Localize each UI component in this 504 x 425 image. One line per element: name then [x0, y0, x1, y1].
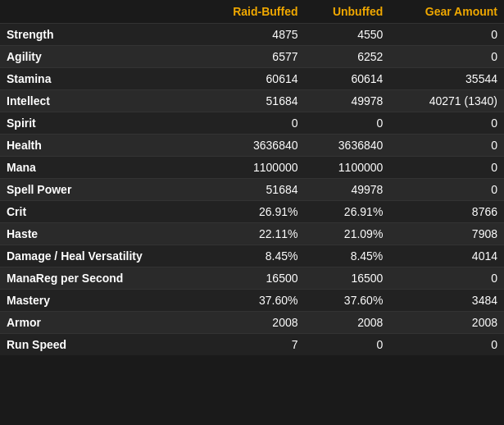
cell-gear-amount: 2008 [389, 312, 504, 334]
cell-unbuffed: 49978 [305, 90, 390, 112]
cell-raid-buffed: 51684 [200, 90, 305, 112]
cell-gear-amount: 0 [389, 112, 504, 135]
cell-raid-buffed: 16500 [200, 267, 305, 290]
table-row: Run Speed700 [0, 334, 504, 356]
cell-gear-amount: 0 [389, 157, 504, 179]
cell-stat: Armor [0, 312, 200, 334]
table-row: Mana110000011000000 [0, 157, 504, 179]
cell-gear-amount: 7908 [389, 223, 504, 245]
cell-unbuffed: 0 [305, 112, 390, 135]
table-row: Crit26.91%26.91%8766 [0, 201, 504, 223]
cell-stat: Haste [0, 223, 200, 245]
cell-stat: Spirit [0, 112, 200, 135]
cell-stat: Spell Power [0, 179, 200, 201]
cell-gear-amount: 0 [389, 179, 504, 201]
stats-table: Raid-Buffed Unbuffed Gear Amount Strengt… [0, 0, 504, 355]
cell-unbuffed: 16500 [305, 267, 390, 290]
cell-gear-amount: 40271 (1340) [389, 90, 504, 112]
cell-stat: Damage / Heal Versatility [0, 245, 200, 267]
cell-stat: Crit [0, 201, 200, 223]
cell-gear-amount: 8766 [389, 201, 504, 223]
cell-gear-amount: 0 [389, 135, 504, 157]
table-row: Mastery37.60%37.60%3484 [0, 290, 504, 312]
col-header-gear-amount: Gear Amount [389, 0, 504, 24]
cell-raid-buffed: 37.60% [200, 290, 305, 312]
cell-stat: Mana [0, 157, 200, 179]
cell-stat: Stamina [0, 68, 200, 90]
cell-gear-amount: 4014 [389, 245, 504, 267]
table-header-row: Raid-Buffed Unbuffed Gear Amount [0, 0, 504, 24]
table-row: Health363684036368400 [0, 135, 504, 157]
table-row: Spirit000 [0, 112, 504, 135]
cell-raid-buffed: 22.11% [200, 223, 305, 245]
cell-unbuffed: 6252 [305, 46, 390, 68]
cell-unbuffed: 60614 [305, 68, 390, 90]
cell-raid-buffed: 0 [200, 112, 305, 135]
cell-raid-buffed: 1100000 [200, 157, 305, 179]
table-row: Damage / Heal Versatility8.45%8.45%4014 [0, 245, 504, 267]
cell-unbuffed: 3636840 [305, 135, 390, 157]
cell-raid-buffed: 60614 [200, 68, 305, 90]
cell-unbuffed: 21.09% [305, 223, 390, 245]
cell-unbuffed: 8.45% [305, 245, 390, 267]
stats-table-container: Raid-Buffed Unbuffed Gear Amount Strengt… [0, 0, 504, 355]
cell-raid-buffed: 6577 [200, 46, 305, 68]
cell-unbuffed: 1100000 [305, 157, 390, 179]
table-row: ManaReg per Second16500165000 [0, 267, 504, 290]
cell-raid-buffed: 3636840 [200, 135, 305, 157]
cell-gear-amount: 0 [389, 24, 504, 46]
cell-unbuffed: 26.91% [305, 201, 390, 223]
cell-gear-amount: 3484 [389, 290, 504, 312]
table-row: Haste22.11%21.09%7908 [0, 223, 504, 245]
cell-raid-buffed: 7 [200, 334, 305, 356]
cell-raid-buffed: 2008 [200, 312, 305, 334]
cell-stat: Health [0, 135, 200, 157]
cell-gear-amount: 35544 [389, 68, 504, 90]
table-row: Agility657762520 [0, 46, 504, 68]
cell-raid-buffed: 26.91% [200, 201, 305, 223]
cell-unbuffed: 49978 [305, 179, 390, 201]
cell-stat: ManaReg per Second [0, 267, 200, 290]
cell-unbuffed: 2008 [305, 312, 390, 334]
cell-unbuffed: 0 [305, 334, 390, 356]
cell-stat: Intellect [0, 90, 200, 112]
cell-raid-buffed: 4875 [200, 24, 305, 46]
table-row: Armor200820082008 [0, 312, 504, 334]
cell-stat: Run Speed [0, 334, 200, 356]
table-body: Strength487545500Agility657762520Stamina… [0, 24, 504, 356]
cell-gear-amount: 0 [389, 334, 504, 356]
table-row: Spell Power51684499780 [0, 179, 504, 201]
table-row: Stamina606146061435544 [0, 68, 504, 90]
cell-stat: Mastery [0, 290, 200, 312]
cell-stat: Strength [0, 24, 200, 46]
col-header-stat [0, 0, 200, 24]
col-header-raid-buffed: Raid-Buffed [200, 0, 305, 24]
cell-gear-amount: 0 [389, 267, 504, 290]
table-row: Strength487545500 [0, 24, 504, 46]
cell-unbuffed: 37.60% [305, 290, 390, 312]
table-row: Intellect516844997840271 (1340) [0, 90, 504, 112]
cell-raid-buffed: 8.45% [200, 245, 305, 267]
cell-stat: Agility [0, 46, 200, 68]
cell-unbuffed: 4550 [305, 24, 390, 46]
cell-gear-amount: 0 [389, 46, 504, 68]
col-header-unbuffed: Unbuffed [305, 0, 390, 24]
cell-raid-buffed: 51684 [200, 179, 305, 201]
